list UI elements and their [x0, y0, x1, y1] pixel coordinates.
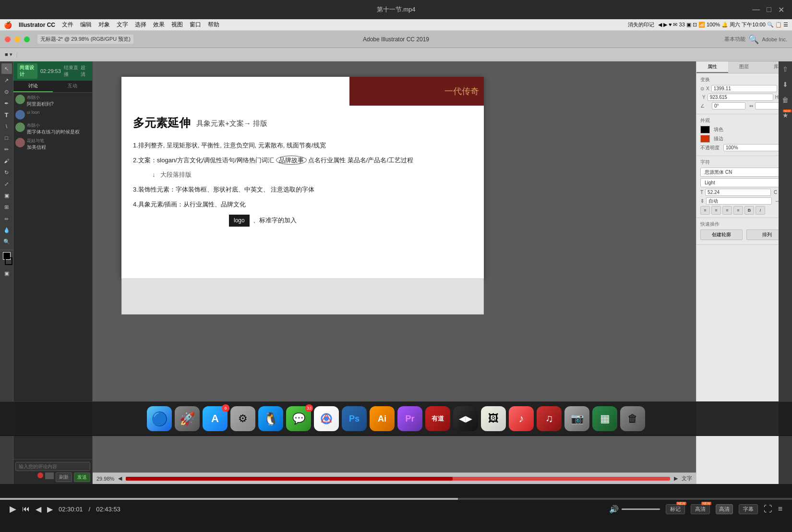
bold-btn[interactable]: B — [744, 206, 754, 215]
tool-line[interactable]: \ — [1, 121, 12, 132]
live-tab-discussion[interactable]: 讨论 — [13, 81, 53, 92]
dock-netease1[interactable]: ♪ — [509, 406, 534, 431]
tool-rect[interactable]: □ — [1, 133, 12, 143]
live-settings-btn[interactable]: 结束直播 — [64, 64, 79, 78]
next-frame-button[interactable]: ▶ — [47, 505, 53, 514]
hd-button[interactable]: 高清 — [716, 504, 733, 514]
max-traffic-light[interactable] — [24, 36, 30, 42]
dock-chrome[interactable] — [314, 406, 339, 431]
chapter-button[interactable]: 高清 NEW — [691, 504, 710, 514]
dock-excel[interactable]: ▦ — [592, 406, 617, 431]
x-input[interactable] — [711, 85, 777, 92]
fill-swatch[interactable] — [700, 126, 710, 133]
create-outline-btn[interactable]: 创建轮廓 — [700, 230, 743, 240]
dock-fcpx[interactable]: ◀▶ — [453, 406, 478, 431]
props-tab-layers[interactable]: 图层 — [728, 61, 760, 73]
dock-launchpad[interactable]: 🚀 — [175, 406, 200, 431]
font-weight-select[interactable]: Light — [700, 178, 788, 187]
stroke-swatch[interactable] — [700, 135, 710, 143]
tool-blend[interactable]: ∞ — [1, 213, 12, 224]
dock-trash[interactable]: 🗑 — [620, 406, 645, 431]
more-button[interactable]: ≡ — [778, 505, 782, 513]
chat-input[interactable] — [15, 462, 90, 471]
dock-photoshop[interactable]: Ps — [342, 406, 367, 431]
menu-item-type[interactable]: 文字 — [117, 21, 128, 29]
menu-item-app[interactable]: Illustrator CC — [19, 22, 55, 28]
min-traffic-light[interactable] — [14, 36, 20, 42]
dock-premiere[interactable]: Pr — [397, 406, 422, 431]
live-tab-interact[interactable]: 互动 — [53, 81, 92, 92]
prev-frame-button[interactable]: ◀ — [36, 505, 41, 514]
tool-lasso[interactable]: ⊙ — [1, 86, 12, 97]
leading-input[interactable] — [706, 197, 772, 205]
tool-text[interactable]: T — [1, 109, 12, 120]
dock-netease2[interactable]: ♫ — [537, 406, 562, 431]
share-icon[interactable]: ⇧ — [782, 65, 788, 73]
star-icon[interactable]: ★ NEW — [782, 111, 789, 119]
tool-mesh[interactable]: ⊞ — [1, 202, 12, 212]
tool-brush[interactable]: 🖌 — [1, 156, 12, 166]
tool-change-screen[interactable]: ▣ — [1, 268, 12, 278]
props-tab-attributes[interactable]: 属性 — [696, 61, 728, 73]
angle-input[interactable] — [712, 102, 745, 109]
dock-youdao[interactable]: 有道 — [425, 406, 450, 431]
tool-rotate[interactable]: ↻ — [1, 167, 12, 178]
menu-item-help[interactable]: 帮助 — [208, 21, 219, 29]
tool-zoom[interactable]: 🔍 — [1, 236, 12, 247]
live-more-btn[interactable]: 超清 — [81, 64, 88, 78]
dock-preview[interactable]: 🖼 — [481, 406, 506, 431]
ai-tab[interactable]: 无标题-2* @ 29.98% (RGB/GPU 预览) — [37, 35, 133, 44]
align-center-btn[interactable]: ≡ — [711, 206, 721, 215]
minimize-button[interactable]: — — [752, 5, 760, 14]
stroke-color[interactable] — [5, 257, 12, 265]
volume-button[interactable]: 🔊 — [609, 505, 619, 514]
tag-button[interactable]: 标记 NEW — [666, 504, 685, 514]
menu-item-file[interactable]: 文件 — [62, 21, 73, 29]
align-right-btn[interactable]: ≡ — [722, 206, 732, 215]
menu-item-edit[interactable]: 编辑 — [80, 21, 92, 29]
tool-direct-select[interactable]: ↗ — [1, 75, 12, 85]
menu-item-window[interactable]: 窗口 — [190, 21, 201, 29]
dock-photos[interactable]: 📷 — [564, 406, 589, 431]
font-family-select[interactable]: 思源黑体 CN — [700, 168, 788, 177]
play-button[interactable]: ▶ — [10, 504, 16, 514]
search-icon[interactable]: 🔍 — [748, 34, 759, 45]
tool-scale[interactable]: ⤢ — [1, 179, 12, 189]
download-icon[interactable]: ⬇ — [782, 81, 788, 88]
nav-left[interactable]: ◀ — [118, 475, 122, 482]
send-button[interactable]: 发送 — [74, 472, 90, 482]
apple-menu[interactable]: 🍎 — [4, 21, 12, 29]
align-left-btn[interactable]: ≡ — [700, 206, 710, 215]
dock-settings[interactable]: ⚙ — [230, 406, 255, 431]
progress-bar[interactable] — [0, 498, 792, 500]
dock-qq[interactable]: 🐧 — [258, 406, 283, 431]
prev-button[interactable]: ⏮ — [22, 505, 30, 513]
tool-pencil[interactable]: ✏ — [1, 144, 12, 155]
close-button[interactable]: ✕ — [778, 5, 784, 14]
progress-indicator[interactable] — [126, 477, 670, 481]
font-size-input[interactable] — [705, 189, 771, 196]
delete-icon[interactable]: 🗑 — [782, 96, 789, 104]
toolbar-item-1[interactable]: ■ ▾ — [3, 51, 14, 58]
menu-item-select[interactable]: 选择 — [135, 21, 146, 29]
refresh-button[interactable]: 刷新 — [56, 472, 72, 482]
menu-item-effect[interactable]: 效果 — [153, 21, 165, 29]
italic-btn[interactable]: I — [756, 206, 765, 215]
subtitle-button[interactable]: 字幕 — [739, 504, 758, 514]
tool-select[interactable]: ↖ — [1, 63, 12, 74]
close-traffic-light[interactable] — [5, 36, 11, 42]
tool-pen[interactable]: ✒ — [1, 98, 12, 109]
dock-finder[interactable]: 🔵 — [147, 406, 172, 431]
dock-illustrator[interactable]: Ai — [370, 406, 395, 431]
align-justify-btn[interactable]: ≡ — [733, 206, 743, 215]
tool-gradient[interactable]: ▣ — [1, 190, 12, 201]
fullscreen-button[interactable]: ⛶ — [764, 504, 772, 514]
dock-appstore[interactable]: A 8 — [203, 406, 228, 431]
menu-item-object[interactable]: 对象 — [98, 21, 110, 29]
volume-slider[interactable] — [622, 508, 660, 510]
dock-wechat[interactable]: 💬 33 — [286, 406, 311, 431]
nav-right[interactable]: ▶ — [674, 475, 678, 482]
menu-item-view[interactable]: 视图 — [171, 21, 183, 29]
maximize-button[interactable]: □ — [767, 5, 771, 14]
y-input[interactable] — [708, 94, 773, 101]
